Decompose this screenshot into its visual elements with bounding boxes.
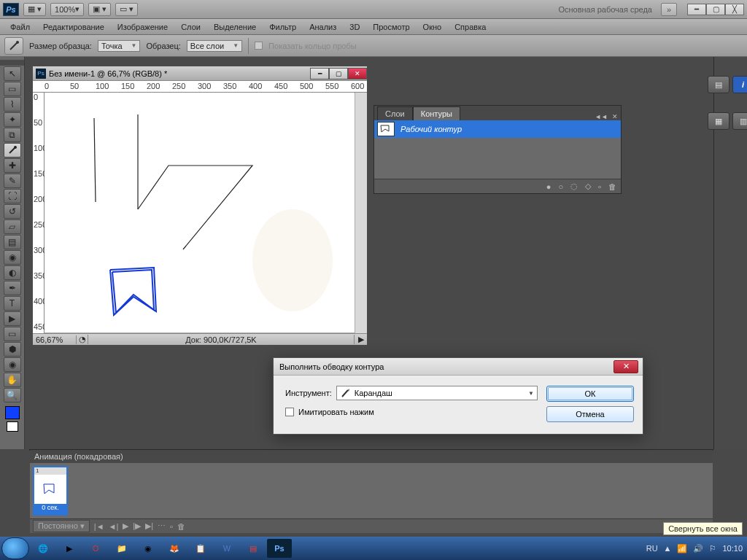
tween-icon[interactable]: ⋯ bbox=[158, 521, 166, 531]
arrange-documents-button[interactable]: ▭ ▾ bbox=[115, 3, 138, 16]
taskbar-pdf-icon[interactable]: ▤ bbox=[241, 539, 266, 558]
document-canvas[interactable] bbox=[44, 93, 355, 333]
prev-frame-icon[interactable]: ◄| bbox=[109, 522, 119, 531]
foreground-color[interactable] bbox=[5, 406, 20, 419]
taskbar-opera-icon[interactable]: O bbox=[83, 539, 108, 558]
3d-camera-tool[interactable]: ◉ bbox=[4, 357, 21, 372]
menu-filter[interactable]: Фильтр bbox=[263, 20, 302, 34]
tab-layers[interactable]: Слои bbox=[377, 106, 413, 120]
menu-view[interactable]: Просмотр bbox=[367, 20, 415, 34]
blur-tool[interactable]: ◉ bbox=[4, 250, 21, 265]
menu-3d[interactable]: 3D bbox=[344, 20, 365, 34]
workspace-switcher-button[interactable]: » bbox=[661, 3, 677, 16]
selection-to-path-icon[interactable]: ◇ bbox=[585, 182, 591, 191]
dodge-tool[interactable]: ◐ bbox=[4, 265, 21, 280]
shape-tool[interactable]: ▭ bbox=[4, 327, 21, 341]
document-titlebar[interactable]: Ps Без имени-1 @ 66,7% (RGB/8) * ━ ▢ ✕ bbox=[33, 66, 367, 81]
taskbar-word-icon[interactable]: W bbox=[214, 539, 239, 558]
menu-select[interactable]: Выделение bbox=[208, 20, 262, 34]
wand-tool[interactable]: ✦ bbox=[4, 112, 21, 127]
menu-file[interactable]: Файл bbox=[4, 20, 36, 34]
taskbar-ie-icon[interactable]: 🌐 bbox=[31, 539, 55, 558]
type-tool[interactable]: T bbox=[4, 296, 21, 311]
dialog-titlebar[interactable]: Выполнить обводку контура ✕ bbox=[274, 358, 643, 376]
taskbar-explorer-icon[interactable]: 📁 bbox=[109, 539, 134, 558]
work-path-row[interactable]: Рабочий контур bbox=[374, 120, 621, 138]
zoom-field[interactable]: 66,67% bbox=[33, 335, 77, 344]
close-button[interactable]: ╳ bbox=[725, 4, 744, 15]
doc-close-button[interactable]: ✕ bbox=[348, 68, 367, 79]
swatches-panel-icon[interactable]: ▦ bbox=[708, 112, 729, 130]
delete-path-icon[interactable]: 🗑 bbox=[608, 182, 616, 191]
tray-signal-icon[interactable]: 📶 bbox=[677, 544, 687, 553]
doc-info[interactable]: Док: 900,0K/727,5K bbox=[88, 335, 354, 344]
taskbar-media-icon[interactable]: ▶ bbox=[57, 539, 82, 558]
3d-tool[interactable]: ⬢ bbox=[4, 342, 21, 357]
taskbar-photoshop-icon[interactable]: Ps bbox=[267, 539, 292, 558]
doc-maximize-button[interactable]: ▢ bbox=[329, 68, 348, 79]
current-tool-icon[interactable] bbox=[4, 37, 23, 55]
menu-window[interactable]: Окно bbox=[417, 20, 448, 34]
delete-frame-icon[interactable]: 🗑 bbox=[177, 522, 185, 531]
frame-time[interactable]: 0 сек. bbox=[34, 504, 66, 514]
ok-button[interactable]: ОК bbox=[546, 386, 634, 402]
path-select-tool[interactable]: ▶ bbox=[4, 311, 21, 326]
stamp-tool[interactable]: ⛶ bbox=[4, 189, 21, 203]
doc-minimize-button[interactable]: ━ bbox=[310, 68, 329, 79]
eraser-tool[interactable]: ▱ bbox=[4, 219, 21, 234]
start-button[interactable] bbox=[1, 537, 29, 559]
tray-flag-icon[interactable]: ⚐ bbox=[709, 544, 716, 553]
taskbar-app1-icon[interactable]: 📋 bbox=[188, 539, 213, 558]
history-brush-tool[interactable]: ↺ bbox=[4, 204, 21, 219]
sample-layers-dropdown[interactable]: Все слои bbox=[187, 40, 242, 52]
background-color[interactable] bbox=[7, 421, 18, 432]
path-to-selection-icon[interactable]: ◌ bbox=[570, 182, 578, 191]
taskbar-firefox-icon[interactable]: 🦊 bbox=[162, 539, 187, 558]
hand-tool[interactable]: ✋ bbox=[4, 373, 21, 387]
menu-help[interactable]: Справка bbox=[449, 20, 492, 34]
move-tool[interactable]: ↖ bbox=[4, 66, 21, 81]
styles-panel-icon[interactable]: ▥ bbox=[732, 112, 748, 130]
menu-image[interactable]: Изображение bbox=[112, 20, 174, 34]
first-frame-icon[interactable]: |◄ bbox=[94, 522, 104, 531]
lang-indicator[interactable]: RU bbox=[646, 544, 658, 553]
marquee-tool[interactable]: ▭ bbox=[4, 82, 21, 96]
play-icon[interactable]: ▶ bbox=[123, 521, 128, 531]
gradient-tool[interactable]: ▤ bbox=[4, 235, 21, 249]
zoom-level-dropdown[interactable]: 100% ▾ bbox=[50, 3, 84, 16]
tool-dropdown[interactable]: Карандаш bbox=[336, 386, 538, 400]
menu-analysis[interactable]: Анализ bbox=[303, 20, 342, 34]
info-panel-icon[interactable]: i bbox=[732, 76, 748, 93]
minimize-button[interactable]: ━ bbox=[687, 4, 706, 15]
show-ring-checkbox[interactable] bbox=[255, 42, 263, 50]
fill-path-icon[interactable]: ● bbox=[546, 182, 551, 191]
duplicate-frame-icon[interactable]: ▫ bbox=[170, 522, 173, 531]
menu-layers[interactable]: Слои bbox=[175, 20, 206, 34]
horizontal-ruler[interactable]: 0 50 100 150 200 250 300 350 400 450 500… bbox=[33, 81, 367, 93]
statusbar-nav[interactable]: ▶ bbox=[354, 335, 367, 344]
lasso-tool[interactable]: ⌇ bbox=[4, 97, 21, 112]
healing-tool[interactable]: ✚ bbox=[4, 158, 21, 173]
maximize-button[interactable]: ▢ bbox=[706, 4, 725, 15]
panel-collapse-icon[interactable]: ◄◄ bbox=[593, 113, 609, 120]
next-frame-icon[interactable]: |▶ bbox=[133, 521, 141, 531]
crop-tool[interactable]: ⧉ bbox=[4, 128, 21, 142]
sample-size-dropdown[interactable]: Точка bbox=[98, 40, 141, 52]
tray-clock[interactable]: 10:10 bbox=[722, 544, 743, 553]
dialog-close-button[interactable]: ✕ bbox=[614, 360, 638, 373]
panel-close-icon[interactable]: ✕ bbox=[611, 113, 619, 120]
animation-frame[interactable]: 1 0 сек. bbox=[33, 466, 68, 516]
tab-paths[interactable]: Контуры bbox=[413, 106, 460, 120]
taskbar-chrome-icon[interactable]: ◉ bbox=[136, 539, 160, 558]
animation-strip[interactable]: 1 0 сек. bbox=[30, 463, 713, 518]
tray-network-icon[interactable]: ▲ bbox=[664, 544, 672, 553]
cancel-button[interactable]: Отмена bbox=[546, 406, 634, 422]
loop-dropdown[interactable]: Постоянно ▾ bbox=[33, 520, 90, 532]
toolbox-grip[interactable] bbox=[0, 60, 24, 66]
zoom-tool[interactable]: 🔍 bbox=[4, 388, 21, 402]
pen-tool[interactable]: ✒ bbox=[4, 281, 21, 295]
vertical-ruler[interactable]: 0 50 100 150 200 250 300 350 400 450 bbox=[33, 93, 44, 333]
stroke-path-icon[interactable]: ○ bbox=[558, 182, 563, 191]
eyedropper-tool[interactable] bbox=[4, 143, 21, 158]
statusbar-icon[interactable]: ◔ bbox=[77, 335, 88, 344]
